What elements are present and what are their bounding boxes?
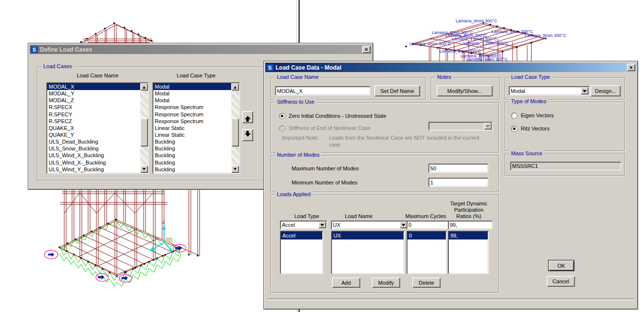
scroll-up-icon[interactable] — [231, 83, 239, 91]
load-case-row[interactable]: MODAL_X — [47, 83, 140, 90]
nonlinear-case-combo-disabled — [428, 122, 493, 130]
load-case-row[interactable]: ULS_Snow_Buckling — [47, 145, 140, 152]
add-button[interactable]: Add — [332, 277, 360, 288]
load-case-row[interactable]: Response Spectrum — [153, 111, 231, 118]
loads-list-col-ratio[interactable]: 99, — [448, 231, 489, 274]
loads-list-col-load-name[interactable]: UX — [331, 231, 405, 274]
load-case-row[interactable]: Buckling — [153, 138, 231, 145]
scroll-thumb[interactable] — [140, 118, 148, 147]
load-case-row[interactable]: Linear Static — [153, 125, 231, 131]
load-case-row[interactable]: Buckling — [153, 152, 231, 159]
load-type-value: Accel — [282, 222, 295, 228]
design-button[interactable]: Design... — [590, 85, 621, 96]
load-case-row[interactable]: MODAL_Z — [47, 97, 140, 104]
max-modes-label: Maximum Number of Modes — [292, 165, 359, 171]
scroll-down-icon[interactable] — [231, 165, 239, 173]
dialog-bottom-separator — [268, 298, 634, 300]
ritz-vectors-label: Ritz Vectors — [521, 126, 550, 131]
max-cycles-input[interactable]: 0 — [406, 220, 451, 229]
load-case-row[interactable]: Modal — [153, 97, 231, 104]
modal-dialog-title: Load Case Data - Modal — [276, 64, 341, 71]
load-case-row[interactable]: MODAL_Y — [47, 90, 140, 97]
load-case-type-combo[interactable]: Modal — [509, 86, 589, 95]
mass-source-group-label: Mass Source — [509, 150, 544, 156]
load-type-header: Load Type — [280, 213, 333, 219]
chevron-down-icon[interactable] — [581, 87, 589, 94]
scroll-thumb[interactable] — [231, 118, 239, 147]
delete-button[interactable]: Delete — [412, 277, 441, 288]
move-down-button[interactable] — [242, 129, 253, 141]
loads-list-col-load-type[interactable]: Accel — [280, 231, 323, 274]
stiffness-group: Stiffness to Use Zero Initial Conditions… — [271, 102, 499, 153]
important-note-label: Important Note: — [282, 135, 319, 141]
load-case-row[interactable]: Buckling — [153, 166, 231, 173]
stiffness-group-label: Stiffness to Use — [275, 99, 316, 105]
load-case-row[interactable]: ULS_Wind_Y_Buckling — [47, 166, 140, 173]
load-case-data-dialog: S Load Case Data - Modal ✕ Load Case Nam… — [263, 61, 638, 310]
min-modes-label: Minimum Number of Modes — [292, 180, 357, 185]
max-modes-input[interactable]: 50 — [428, 164, 488, 173]
cancel-button[interactable]: Cancel — [547, 276, 575, 287]
loads-list-selected-cell[interactable]: 0 — [407, 232, 446, 239]
modal-close-icon[interactable]: ✕ — [627, 64, 635, 71]
load-case-row[interactable]: ULS_Wind_X_Buckling — [47, 152, 140, 159]
model-annotation-label: Lamiera_8mm 300°C — [456, 18, 497, 23]
number-of-modes-group: Number of Modes Maximum Number of Modes … — [271, 155, 499, 192]
load-case-row[interactable]: R.SPECZ — [47, 118, 140, 125]
down-arrow-icon — [245, 133, 251, 140]
load-case-row[interactable]: Modal — [153, 90, 231, 97]
loads-list-selected-cell[interactable]: Accel — [281, 232, 322, 239]
load-case-row[interactable]: QUAKE_Y — [47, 131, 140, 138]
define-close-icon[interactable]: ✕ — [362, 46, 370, 53]
modify-show-button[interactable]: Modify/Show... — [437, 85, 493, 96]
loads-list-selected-cell[interactable]: 99, — [449, 232, 488, 239]
loads-applied-group: Loads Applied Load Type Load Name Maximu… — [271, 195, 499, 293]
important-note-line2: case — [329, 142, 340, 147]
loads-list-selected-cell[interactable]: UX — [332, 232, 404, 239]
load-case-row[interactable]: Linear Static — [153, 131, 231, 138]
name-list-scrollbar[interactable] — [140, 83, 148, 173]
mass-source-field: MSSSRC1 — [510, 162, 621, 170]
eigen-vectors-radio[interactable] — [511, 112, 517, 119]
mass-source-group: Mass Source MSSSRC1 — [505, 154, 625, 176]
load-type-combo[interactable]: Accel — [280, 220, 327, 229]
load-case-row[interactable]: Buckling — [153, 159, 231, 166]
modal-dialog-titlebar[interactable]: S Load Case Data - Modal ✕ — [265, 63, 636, 72]
load-case-row[interactable]: ULS_Wind_X-_Buckling — [47, 159, 140, 166]
loads-applied-group-label: Loads Applied — [275, 191, 313, 197]
ratio-input[interactable]: 99, — [448, 220, 493, 229]
load-case-name-list[interactable]: MODAL_XMODAL_YMODAL_ZR.SPECXR.SPECYR.SPE… — [46, 82, 149, 174]
ok-button[interactable]: OK — [549, 260, 574, 271]
modify-button[interactable]: Modify — [372, 277, 400, 288]
load-case-row[interactable]: Response Spectrum — [153, 118, 231, 125]
load-name-combo[interactable]: UX — [331, 220, 408, 229]
min-modes-input[interactable]: 1 — [428, 178, 488, 187]
type-list-scrollbar[interactable] — [231, 83, 239, 173]
define-dialog-titlebar[interactable]: S Define Load Cases ✕ — [30, 45, 371, 54]
load-case-name-input[interactable]: MODAL_X — [275, 86, 370, 95]
app-icon: S — [31, 46, 38, 53]
move-up-button[interactable] — [242, 111, 253, 123]
model-annotation-label: Lamiera_8mm 300°C — [440, 49, 481, 54]
load-case-row[interactable]: R.SPECY — [47, 111, 140, 118]
set-def-name-button[interactable]: Set Def Name — [374, 85, 420, 96]
load-case-type-list[interactable]: ModalModalModalResponse SpectrumResponse… — [152, 82, 240, 174]
chevron-down-icon[interactable] — [318, 221, 326, 228]
scroll-down-icon[interactable] — [140, 165, 148, 173]
load-case-row[interactable]: QUAKE_X — [47, 125, 140, 131]
type-of-modes-group: Type of Modes Eigen Vectors Ritz Vectors — [505, 102, 625, 151]
scroll-up-icon[interactable] — [140, 83, 148, 91]
notes-group-label: Notes — [435, 74, 453, 80]
zero-initial-conditions-radio[interactable] — [279, 113, 285, 119]
load-case-row[interactable]: ULS_Dead_Buckling — [47, 138, 140, 145]
load-case-name-group-label: Load Case Name — [275, 74, 321, 80]
ritz-vectors-radio[interactable] — [511, 126, 517, 132]
loads-list-col-max-cycles[interactable]: 0 — [406, 231, 447, 274]
load-case-row[interactable]: Buckling — [153, 145, 231, 152]
load-name-value: UX — [333, 222, 340, 228]
load-case-row[interactable]: Modal — [153, 83, 231, 90]
model-annotation-label: Lamiera_8mm 300°C — [525, 33, 566, 38]
load-case-row[interactable]: Response Spectrum — [153, 104, 231, 110]
load-case-name-header: Load Case Name — [46, 73, 149, 78]
load-case-row[interactable]: R.SPECX — [47, 104, 140, 110]
